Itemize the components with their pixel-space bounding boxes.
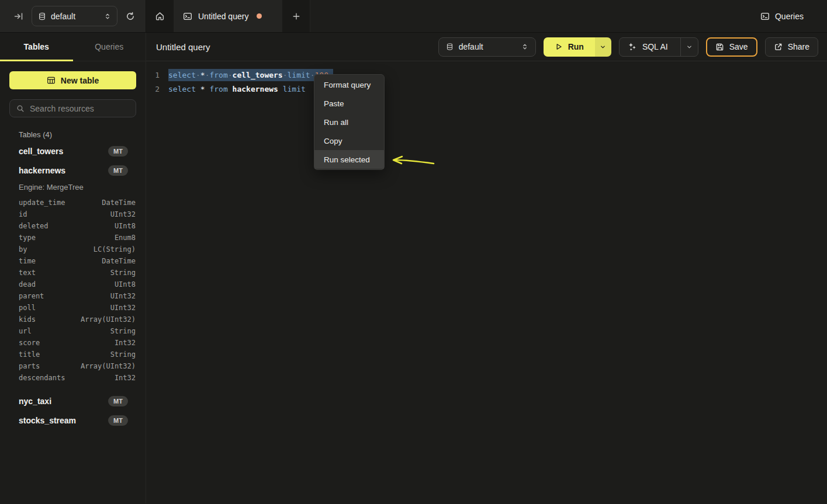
search-input[interactable] (30, 104, 136, 113)
column-type: Int32 (115, 374, 136, 382)
column-name: poll (19, 304, 110, 312)
share-button[interactable]: Share (765, 37, 818, 57)
table-engine-label: Engine: MergeTree (9, 180, 136, 194)
tab-strip: Untitled query (146, 0, 310, 32)
column-row: titleString (9, 349, 136, 360)
column-row: descendantsInt32 (9, 372, 136, 384)
token: limit (283, 85, 306, 93)
sidebar-tabs: Tables Queries (0, 33, 146, 61)
share-label: Share (788, 42, 809, 51)
table-engine-badge: MT (108, 165, 128, 176)
column-type: Array(UInt32) (81, 315, 136, 324)
table-item-nyc_taxi[interactable]: nyc_taxiMT (9, 391, 136, 411)
column-row: update_timeDateTime (9, 197, 136, 208)
tab-label: Untitled query (198, 12, 248, 21)
column-row: urlString (9, 325, 136, 337)
queries-panel-button[interactable]: Queries (760, 12, 804, 21)
code-text: select·*·from·cell_towers·limit·100· (168, 71, 333, 79)
table-item-hackernews[interactable]: hackernewsMT (9, 161, 136, 180)
query-toolbar: Untitled query default (146, 33, 827, 61)
annotation-arrow-icon (385, 150, 438, 169)
database-icon (446, 43, 454, 51)
column-name: time (19, 257, 102, 265)
sidebar: New table Tables (4) cell_towersMThacker… (0, 61, 146, 503)
save-button[interactable]: Save (706, 37, 757, 57)
run-button[interactable]: Run (544, 37, 595, 57)
editor-context-menu: Format queryPasteRun allCopyRun selected (314, 74, 385, 170)
code-line: 2select * from hackernews limit (146, 82, 827, 96)
column-name: parts (19, 362, 81, 370)
database-selector-top[interactable]: default (32, 6, 117, 26)
second-row: Tables Queries Untitled query default (0, 33, 827, 61)
sql-ai-button[interactable]: SQL AI (619, 37, 698, 57)
column-row: scoreInt32 (9, 337, 136, 349)
play-icon (555, 43, 563, 51)
new-table-button[interactable]: New table (9, 71, 136, 89)
column-row: byLC(String) (9, 244, 136, 255)
unsaved-changes-dot (257, 13, 262, 19)
column-name: type (19, 234, 115, 242)
sidebar-tab-tables[interactable]: Tables (0, 33, 73, 61)
table-name: stocks_stream (19, 416, 108, 425)
column-type: String (110, 350, 136, 359)
code-line: 1select·*·from·cell_towers·limit·100· (146, 68, 827, 82)
sql-ai-label: SQL AI (642, 42, 668, 51)
search-box (9, 99, 136, 117)
active-tab-underline (0, 60, 73, 61)
collapse-sidebar-icon[interactable] (12, 9, 26, 23)
line-number: 2 (146, 85, 160, 93)
column-type: Int32 (115, 339, 136, 347)
column-name: descendants (19, 374, 115, 382)
editor-lines: 1select·*·from·cell_towers·limit·100·2se… (146, 68, 827, 96)
run-options-button[interactable] (595, 37, 611, 57)
sql-ai-options-button[interactable] (680, 38, 698, 56)
column-type: String (110, 327, 136, 335)
query-title: Untitled query (156, 42, 210, 52)
new-table-label: New table (61, 76, 99, 85)
token: * (200, 71, 205, 79)
sidebar-tab-queries[interactable]: Queries (73, 33, 146, 61)
token (228, 85, 233, 93)
chevron-updown-icon (104, 12, 111, 20)
table-item-stocks_stream[interactable]: stocks_streamMT (9, 411, 136, 430)
home-tab[interactable] (146, 0, 174, 32)
refresh-icon[interactable] (123, 9, 137, 23)
column-type: Array(UInt32) (81, 362, 136, 370)
menu-item-copy[interactable]: Copy (314, 131, 384, 150)
token: · (228, 71, 233, 79)
queries-label: Queries (775, 12, 804, 21)
column-row: pollUInt32 (9, 302, 136, 314)
chevron-down-icon (686, 44, 693, 50)
token: from (209, 85, 227, 93)
menu-item-run-all[interactable]: Run all (314, 113, 384, 131)
token: · (196, 71, 200, 79)
tab-untitled-query[interactable]: Untitled query (174, 0, 282, 32)
token: limit (288, 71, 310, 79)
chevron-updown-icon (521, 43, 528, 51)
token (278, 85, 283, 93)
column-name: deleted (19, 222, 115, 230)
table-item-cell_towers[interactable]: cell_towersMT (9, 141, 136, 161)
menu-item-run-selected[interactable]: Run selected (314, 150, 384, 169)
chevron-down-icon (600, 44, 606, 50)
database-selector-value: default (51, 12, 99, 21)
plus-icon (292, 12, 300, 20)
table-list: cell_towersMThackernewsMTEngine: MergeTr… (9, 141, 136, 430)
toolbar-actions: default Run (438, 37, 818, 57)
save-label: Save (729, 42, 748, 51)
new-tab-button[interactable] (282, 0, 310, 32)
menu-item-paste[interactable]: Paste (314, 94, 384, 113)
table-engine-badge: MT (108, 396, 128, 406)
column-name: text (19, 269, 110, 277)
sql-editor[interactable]: 1select·*·from·cell_towers·limit·100·2se… (146, 61, 827, 503)
top-bar-left: default (0, 0, 146, 32)
column-type: UInt32 (110, 292, 136, 300)
column-type: UInt8 (115, 280, 136, 289)
database-icon (38, 12, 46, 20)
column-type: DateTime (102, 199, 136, 207)
database-selector[interactable]: default (438, 37, 536, 57)
column-name: title (19, 350, 110, 359)
tables-section-label: Tables (4) (19, 130, 136, 139)
column-row: deadUInt8 (9, 279, 136, 290)
menu-item-format-query[interactable]: Format query (314, 75, 384, 94)
